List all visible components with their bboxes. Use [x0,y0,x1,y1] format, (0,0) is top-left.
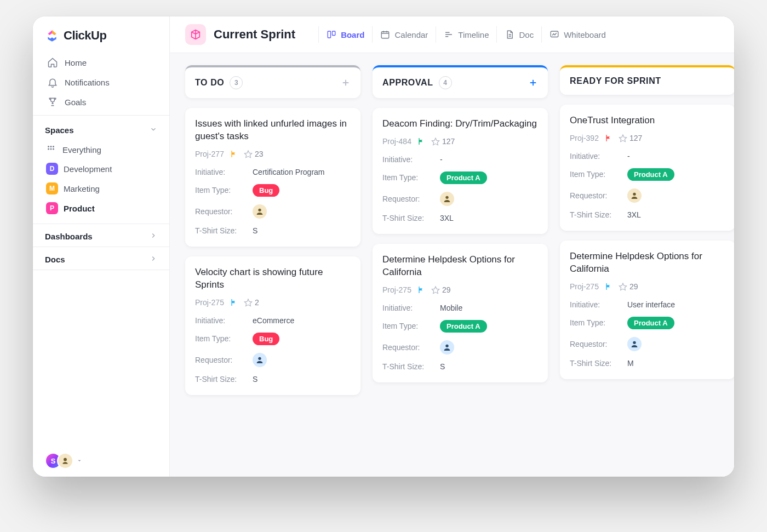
star-count: 127 [619,134,642,142]
tab-calendar[interactable]: Calendar [372,26,436,43]
flag-icon[interactable] [604,282,613,291]
svg-point-16 [445,196,448,199]
svg-marker-17 [432,287,439,294]
tab-timeline[interactable]: Timeline [436,26,496,43]
add-card-button[interactable] [341,78,351,88]
svg-point-20 [633,193,636,196]
star-icon [244,150,253,158]
svg-point-2 [48,148,49,150]
star-count: 2 [244,298,259,307]
tab-board[interactable]: Board [318,26,372,43]
field-label: Initiative: [570,152,627,161]
field-requestor: Requestor: [195,349,351,371]
column-count: 3 [230,76,243,89]
flag-icon[interactable] [417,285,426,294]
requestor-avatar [627,188,642,203]
brand-logo[interactable]: ClickUp [45,28,157,43]
field-value: S [440,362,445,371]
flag-icon[interactable] [604,134,613,142]
grid-icon [46,144,57,155]
requestor-avatar [253,353,267,367]
caret-down-icon[interactable] [77,456,82,466]
chevron-right-icon [150,232,157,241]
item-type-pill: Bug [253,184,279,197]
main: Current Sprint BoardCalendarTimelineDocW… [170,16,734,477]
field-initiative: Initiative:eCommerce [195,312,351,329]
space-badge: D [46,163,58,175]
sidebar-item-docs[interactable]: Docs [33,247,169,270]
task-card[interactable]: OneTrust IntegrationProj-392127Initiativ… [560,105,734,231]
star-value: 29 [629,282,638,291]
task-card[interactable]: Velocity chart is showing future Sprints… [185,256,360,395]
svg-point-22 [633,341,636,344]
field-requestor: Requestor: [570,333,725,355]
column-header[interactable]: READY FOR SPRINT [560,65,734,95]
star-icon [431,285,440,294]
project-code: Proj-277 [195,150,224,158]
column-header[interactable]: TO DO3 [185,65,360,98]
tab-label: Doc [519,30,534,39]
sidebar-top: ClickUp HomeNotificationsGoals [33,16,169,115]
field-value: eCommerce [253,316,294,325]
card-title: Issues with linked unfurled images in gu… [195,118,351,143]
sidebar-item-dashboards[interactable]: Dashboards [33,224,169,247]
field-label: Item Type: [570,318,627,327]
task-card[interactable]: Issues with linked unfurled images in gu… [185,108,360,247]
field-tshirt: T-Shirt Size:3XL [382,210,538,226]
field-tshirt: T-Shirt Size:S [382,358,538,375]
star-count: 127 [431,137,455,146]
item-type-pill: Product A [627,317,674,329]
field-label: Initiative: [382,155,440,164]
project-code: Proj-392 [570,134,599,142]
spaces-header-label: Spaces [45,125,74,135]
task-card[interactable]: Deacom Finding: Dry/Trim/PackagingProj-4… [373,108,548,234]
column-header[interactable]: APPROVAL4 [373,65,548,98]
item-type-pill: Product A [440,171,487,184]
tab-doc[interactable]: Doc [496,26,541,43]
user-switcher[interactable]: S [45,453,73,469]
star-count: 23 [244,150,264,158]
bell-icon [47,77,58,88]
card-title: Velocity chart is showing future Sprints [195,266,351,291]
nav-item-home[interactable]: Home [45,53,157,72]
board[interactable]: TO DO3Issues with linked unfurled images… [170,53,734,477]
field-initiative: Initiative:Certification Program [195,164,351,180]
svg-point-1 [50,146,52,147]
card-meta: Proj-392127 [570,134,725,142]
sidebar-item-everything[interactable]: Everything [45,140,157,159]
field-label: T-Shirt Size: [570,210,627,219]
task-card[interactable]: Determine Helpdesk Options for Californi… [560,241,734,379]
star-count: 29 [431,285,451,294]
field-value: User interface [627,300,675,309]
field-value: Mobile [440,304,462,312]
star-icon [619,134,627,142]
project-code: Proj-275 [570,282,599,291]
sidebar-item-product[interactable]: PProduct [45,198,157,218]
field-item-type: Item Type:Bug [195,180,351,201]
field-label: Initiative: [195,168,253,176]
nav-label: Notifications [65,78,110,87]
field-value: 3XL [440,214,454,222]
card-meta: Proj-27529 [570,282,725,291]
flag-icon[interactable] [230,150,238,158]
project-code: Proj-484 [382,137,411,146]
task-card[interactable]: Determine Helpdesk Options for Californi… [373,244,548,382]
column-approval: APPROVAL4Deacom Finding: Dry/Trim/Packag… [373,65,548,465]
tab-whiteboard[interactable]: Whiteboard [541,26,614,43]
card-title: Deacom Finding: Dry/Trim/Packaging [382,118,538,130]
sidebar-item-marketing[interactable]: MMarketing [45,179,157,198]
nav-item-notifications[interactable]: Notifications [45,72,157,92]
svg-rect-7 [328,31,330,38]
field-label: Requestor: [570,340,627,348]
field-label: Initiative: [570,300,627,309]
nav-item-goals[interactable]: Goals [45,92,157,112]
view-tabs: BoardCalendarTimelineDocWhiteboard [318,26,614,43]
flag-icon[interactable] [417,137,426,146]
field-label: Requestor: [382,195,440,203]
add-card-button[interactable] [528,78,538,88]
spaces-header[interactable]: Spaces [45,123,157,140]
field-label: Initiative: [382,304,440,312]
sidebar-item-development[interactable]: DDevelopment [45,159,157,179]
field-item-type: Item Type:Bug [195,329,351,349]
flag-icon[interactable] [230,298,238,307]
